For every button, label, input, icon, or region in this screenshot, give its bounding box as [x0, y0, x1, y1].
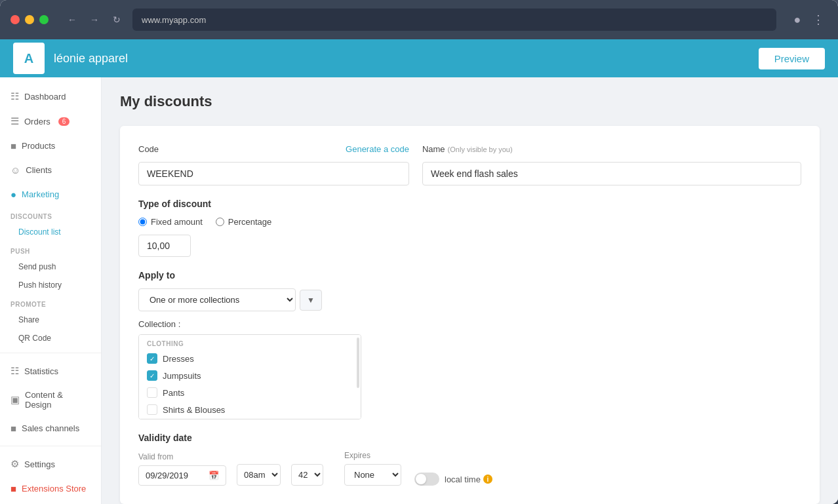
main-content: My discounts Code Generate a code: [102, 77, 838, 504]
valid-from-label: Valid from: [138, 452, 226, 461]
sidebar-item-orders[interactable]: ☰ Orders 6: [0, 109, 101, 134]
browser-window: ← → ↻ www.myapp.com ● ⋮ A léonie apparel…: [0, 0, 838, 504]
sidebar-item-extensions-store[interactable]: ■ Extensions Store: [0, 476, 101, 501]
name-input[interactable]: [422, 162, 801, 185]
collection-item-shirts[interactable]: Shirts & Blouses: [139, 401, 361, 418]
sidebar-item-share[interactable]: Share: [0, 311, 101, 329]
extensions-store-label: Extensions Store: [22, 484, 86, 494]
maximize-button[interactable]: [39, 15, 49, 24]
dresses-checkbox[interactable]: ✓: [147, 353, 157, 364]
content-design-icon: ▣: [10, 394, 20, 406]
send-push-label: Send push: [18, 262, 56, 271]
sidebar-item-dashboard[interactable]: ☷ Dashboard: [0, 84, 101, 109]
code-input[interactable]: [138, 162, 409, 185]
hour-select[interactable]: 08am 09am: [237, 464, 281, 486]
back-button[interactable]: ←: [63, 10, 81, 29]
push-history-label: Push history: [18, 281, 62, 290]
collection-panel: CLOTHING ✓ Dresses ✓ Jumpsuits: [138, 334, 361, 419]
sales-channels-label: Sales channels: [22, 423, 79, 433]
sales-channels-icon: ■: [10, 423, 16, 434]
name-group: Name (Only visible by you): [422, 144, 801, 185]
sidebar-item-qr-code[interactable]: QR Code: [0, 329, 101, 347]
extensions-icon[interactable]: ●: [788, 10, 807, 29]
amount-input[interactable]: [138, 235, 191, 257]
collection-label: Collection :: [138, 319, 801, 329]
panel-scrollbar: [357, 338, 359, 388]
expires-select[interactable]: None Custom: [344, 464, 401, 486]
clothing-header: CLOTHING: [139, 335, 361, 350]
refresh-button[interactable]: ↻: [108, 10, 126, 29]
settings-label: Settings: [24, 459, 55, 469]
collection-item-dresses[interactable]: ✓ Dresses: [139, 350, 361, 367]
dashboard-icon: ☷: [10, 90, 19, 102]
orders-icon: ☰: [10, 115, 19, 127]
code-group: Code Generate a code: [138, 144, 409, 185]
date-input-wrapper: 📅: [138, 465, 226, 486]
app-header: A léonie apparel Preview: [0, 39, 838, 77]
shirts-label: Shirts & Blouses: [163, 405, 225, 415]
promote-section-label: PROMOTE: [0, 294, 101, 311]
qr-code-label: QR Code: [18, 334, 51, 343]
apply-to-select[interactable]: One or more collections All products Spe…: [138, 288, 296, 311]
clients-icon: ☺: [10, 165, 20, 176]
percentage-input[interactable]: [216, 218, 224, 226]
close-button[interactable]: [10, 15, 20, 24]
minute-select[interactable]: 42 00: [291, 464, 323, 486]
sidebar-item-discount-list[interactable]: Discount list: [0, 223, 101, 241]
sidebar-divider-2: [0, 446, 101, 446]
fixed-amount-label: Fixed amount: [151, 217, 203, 227]
sidebar-item-content-design[interactable]: ▣ Content & Design: [0, 383, 101, 416]
fixed-amount-radio[interactable]: Fixed amount: [138, 217, 203, 227]
collection-item-jumpsuits[interactable]: ✓ Jumpsuits: [139, 367, 361, 384]
percentage-radio[interactable]: Percentage: [216, 217, 272, 227]
sidebar-item-sales-channels[interactable]: ■ Sales channels: [0, 416, 101, 440]
extensions-store-icon: ■: [10, 483, 16, 494]
apply-select-row: One or more collections All products Spe…: [138, 288, 801, 311]
forward-button[interactable]: →: [85, 10, 104, 29]
browser-menu: ● ⋮: [788, 10, 828, 29]
date-input[interactable]: [146, 471, 205, 480]
toggle-wrapper: local time i: [414, 473, 492, 486]
browser-titlebar: ← → ↻ www.myapp.com ● ⋮: [0, 0, 838, 39]
shirts-checkbox[interactable]: [147, 404, 157, 415]
sidebar-item-label: Products: [22, 141, 55, 151]
sidebar: ☷ Dashboard ☰ Orders 6 ■ Products ☺ Clie…: [0, 77, 102, 504]
sidebar-item-marketing[interactable]: ● Marketing: [0, 182, 101, 206]
info-icon[interactable]: i: [483, 475, 492, 484]
apply-select-arrow[interactable]: ▼: [300, 290, 322, 311]
sidebar-item-send-push[interactable]: Send push: [0, 258, 101, 276]
code-header: Code Generate a code: [138, 144, 409, 158]
local-time-label: local time i: [445, 475, 492, 484]
browser-nav: ← → ↻: [63, 10, 126, 29]
sidebar-item-settings[interactable]: ⚙ Settings: [0, 452, 101, 476]
type-of-discount-label: Type of discount: [138, 199, 801, 209]
menu-icon[interactable]: ⋮: [809, 10, 828, 29]
name-label: Name: [422, 144, 445, 154]
sidebar-item-clients[interactable]: ☺ Clients: [0, 158, 101, 182]
dresses-label: Dresses: [163, 354, 194, 364]
sidebar-item-label: Clients: [26, 165, 52, 175]
collection-item-skirts[interactable]: Skirts: [139, 418, 361, 419]
jumpsuits-checkbox[interactable]: ✓: [147, 370, 157, 381]
expires-label: Expires: [344, 451, 401, 460]
url-bar[interactable]: www.myapp.com: [132, 9, 776, 31]
sidebar-item-label: Marketing: [22, 189, 59, 199]
products-icon: ■: [10, 140, 16, 151]
sidebar-item-statistics[interactable]: ☷ Statistics: [0, 359, 101, 383]
calendar-icon[interactable]: 📅: [209, 471, 219, 480]
local-time-toggle[interactable]: [414, 473, 439, 486]
validity-row: Valid from 📅 08am 09am: [138, 451, 801, 486]
fixed-amount-input[interactable]: [138, 218, 147, 226]
apply-to-label: Apply to: [138, 270, 801, 281]
validity-label: Validity date: [138, 433, 801, 443]
collection-item-pants[interactable]: Pants: [139, 384, 361, 401]
minimize-button[interactable]: [25, 15, 34, 24]
pants-checkbox[interactable]: [147, 387, 157, 398]
sidebar-item-label: Dashboard: [24, 92, 66, 102]
generate-code-link[interactable]: Generate a code: [346, 144, 409, 154]
jumpsuits-label: Jumpsuits: [163, 371, 201, 381]
push-section-label: PUSH: [0, 241, 101, 258]
sidebar-item-push-history[interactable]: Push history: [0, 276, 101, 294]
sidebar-item-products[interactable]: ■ Products: [0, 134, 101, 158]
preview-button[interactable]: Preview: [759, 48, 825, 69]
